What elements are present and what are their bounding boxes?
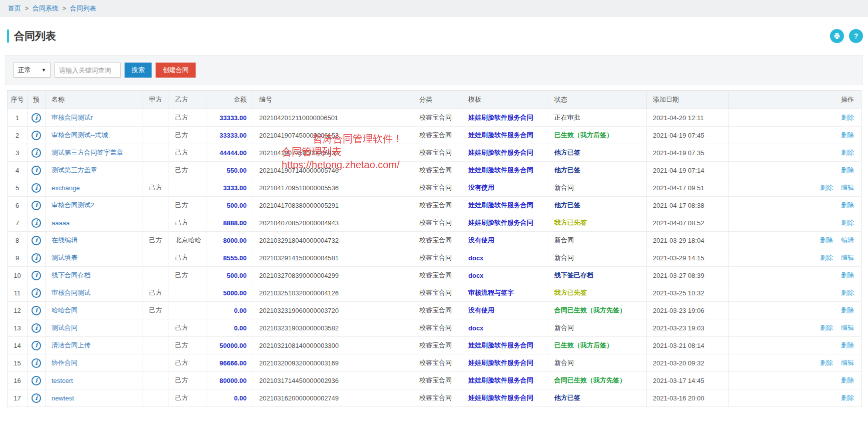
info-icon[interactable]: i	[32, 148, 41, 158]
contract-name-link[interactable]: 测试第三方盖章	[52, 166, 97, 174]
info-icon[interactable]: i	[32, 358, 41, 368]
contract-name-link[interactable]: 线下合同存档	[52, 271, 91, 279]
contract-name-link[interactable]: 哈哈合同	[52, 306, 78, 314]
chevron-down-icon: ▼	[42, 68, 46, 73]
actions-cell: 删除编辑	[729, 319, 861, 337]
breadcrumb-home[interactable]: 首页	[8, 4, 21, 13]
contract-name-link[interactable]: 审核合同测试r	[52, 114, 93, 121]
delete-link[interactable]: 删除	[841, 149, 854, 156]
template-link[interactable]: 没有使用	[468, 184, 494, 191]
template-link[interactable]: 娃娃刷脸软件服务合同	[468, 149, 533, 156]
category-cell: 校睿宝合同	[413, 319, 462, 337]
contract-name-link[interactable]: 审核合同测试--式城	[52, 131, 108, 139]
category-cell: 校睿宝合同	[413, 372, 462, 389]
edit-link[interactable]: 编辑	[841, 359, 854, 366]
template-link[interactable]: 娃娃刷脸软件服务合同	[468, 131, 533, 139]
print-button[interactable]	[830, 29, 844, 43]
row-index: 5	[8, 179, 28, 197]
info-icon[interactable]: i	[32, 218, 41, 228]
info-icon[interactable]: i	[32, 288, 41, 298]
table-row: 11 i 审核合同测试 己方 5000.00 20210325103200000…	[8, 284, 861, 302]
template-link[interactable]: 娃娃刷脸软件服务合同	[468, 201, 533, 209]
delete-link[interactable]: 删除	[841, 114, 854, 121]
party-a-cell	[143, 372, 169, 389]
template-link[interactable]: docx	[468, 324, 483, 332]
contract-name-link[interactable]: 在线编辑	[52, 236, 78, 244]
contract-name-link[interactable]: 协作合同	[52, 359, 78, 366]
delete-link[interactable]: 删除	[841, 394, 854, 401]
status-filter-select[interactable]: 正常 ▼	[14, 63, 51, 78]
edit-link[interactable]: 编辑	[841, 254, 854, 261]
template-link[interactable]: 娃娃刷脸软件服务合同	[468, 166, 533, 174]
date-cell: 2021-03-25 10:32	[647, 284, 729, 302]
breadcrumb-contract-list[interactable]: 合同列表	[70, 4, 96, 13]
info-icon[interactable]: i	[32, 306, 41, 315]
template-link[interactable]: 没有使用	[468, 306, 494, 314]
template-link[interactable]: 娃娃刷脸软件服务合同	[468, 376, 533, 384]
info-icon[interactable]: i	[32, 393, 41, 403]
template-link[interactable]: 没有使用	[468, 236, 494, 244]
help-button[interactable]: ?	[849, 29, 863, 43]
delete-link[interactable]: 删除	[841, 341, 854, 349]
template-link[interactable]: docx	[468, 254, 483, 262]
date-cell: 2021-03-27 08:39	[647, 267, 729, 284]
contract-name-link[interactable]: 测试填表	[52, 254, 78, 261]
search-button[interactable]: 搜索	[125, 63, 152, 78]
delete-link[interactable]: 删除	[841, 289, 854, 296]
edit-link[interactable]: 编辑	[841, 236, 854, 244]
delete-link[interactable]: 删除	[841, 219, 854, 226]
edit-link[interactable]: 编辑	[841, 184, 854, 191]
template-link[interactable]: 娃娃刷脸软件服务合同	[468, 114, 533, 121]
keyword-search-input[interactable]	[55, 63, 121, 78]
info-icon[interactable]: i	[32, 113, 41, 123]
delete-link[interactable]: 删除	[841, 166, 854, 174]
info-icon[interactable]: i	[32, 253, 41, 263]
delete-link[interactable]: 删除	[820, 254, 833, 261]
template-link[interactable]: docx	[468, 272, 483, 279]
party-a-cell: 己方	[143, 284, 169, 302]
contract-name-link[interactable]: 测试第三方合同签字盖章	[52, 149, 123, 156]
info-icon[interactable]: i	[32, 271, 41, 280]
template-link[interactable]: 娃娃刷脸软件服务合同	[468, 219, 533, 226]
contract-name-link[interactable]: 审核合同测试	[52, 289, 91, 296]
edit-link[interactable]: 编辑	[841, 324, 854, 331]
breadcrumb-contract-system[interactable]: 合同系统	[33, 4, 59, 13]
info-icon[interactable]: i	[32, 323, 41, 333]
info-icon[interactable]: i	[32, 201, 41, 210]
info-icon[interactable]: i	[32, 183, 41, 193]
delete-link[interactable]: 删除	[820, 236, 833, 244]
info-icon[interactable]: i	[32, 166, 41, 175]
delete-link[interactable]: 删除	[841, 306, 854, 314]
delete-link[interactable]: 删除	[841, 201, 854, 209]
delete-link[interactable]: 删除	[841, 131, 854, 139]
contract-name-link[interactable]: 测试合同	[52, 324, 78, 331]
row-index: 9	[8, 249, 28, 267]
info-icon[interactable]: i	[32, 341, 41, 350]
template-link[interactable]: 娃娃刷脸软件服务合同	[468, 394, 533, 401]
template-link[interactable]: 审核流程与签字	[468, 289, 514, 296]
delete-link[interactable]: 删除	[820, 324, 833, 331]
table-row: 9 i 测试填表 己方 8555.00 20210329141500000045…	[8, 249, 861, 267]
delete-link[interactable]: 删除	[820, 359, 833, 366]
contract-name-link[interactable]: newtest	[52, 394, 74, 402]
amount-cell: 50000.00	[207, 337, 253, 354]
delete-link[interactable]: 删除	[841, 271, 854, 279]
date-cell: 2021-04-19 07:45	[647, 127, 729, 144]
contract-name-link[interactable]: aaaaa	[52, 219, 70, 227]
info-icon[interactable]: i	[32, 376, 41, 385]
contract-name-link[interactable]: testcert	[52, 377, 73, 384]
category-cell: 校睿宝合同	[413, 337, 462, 354]
contract-name-link[interactable]: 清洁合同上传	[52, 341, 91, 349]
table-row: 10 i 线下合同存档 己方 500.00 202103270839000000…	[8, 267, 861, 284]
template-link[interactable]: 娃娃刷脸软件服务合同	[468, 359, 533, 366]
create-contract-button[interactable]: 创建合同	[156, 63, 196, 78]
delete-link[interactable]: 删除	[820, 184, 833, 191]
info-icon[interactable]: i	[32, 236, 41, 245]
contract-name-link[interactable]: exchange	[52, 184, 80, 192]
delete-link[interactable]: 删除	[841, 376, 854, 384]
info-icon[interactable]: i	[32, 131, 41, 140]
amount-cell: 500.00	[207, 197, 253, 214]
contract-name-link[interactable]: 审核合同测试2	[52, 201, 94, 209]
date-cell: 2021-03-23 19:03	[647, 319, 729, 337]
template-link[interactable]: 娃娃刷脸软件服务合同	[468, 341, 533, 349]
